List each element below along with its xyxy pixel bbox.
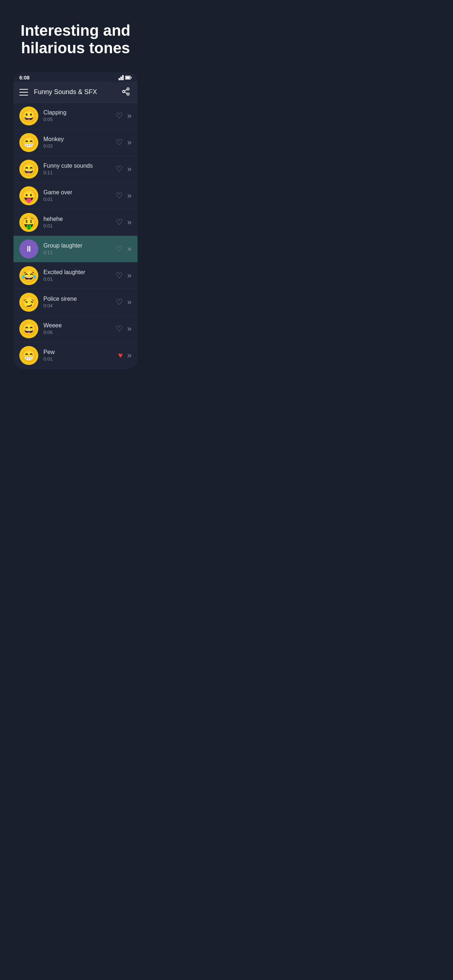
sound-actions-group-laughter <box>116 244 132 254</box>
sound-name-funny-cute: Funny cute sounds <box>43 162 116 169</box>
forward-button-clapping[interactable] <box>127 111 132 121</box>
sound-actions-pew <box>118 351 132 360</box>
sound-info-police-sirene: Police sirene 0:04 <box>43 296 116 309</box>
forward-button-game-over[interactable] <box>127 191 132 200</box>
status-time: 6:08 <box>19 75 30 81</box>
status-icons <box>118 75 132 80</box>
sound-emoji-excited-laughter: 😂 <box>19 266 38 285</box>
sound-list: 😀 Clapping 0:05 😁 Monkey 0:03 <box>13 103 137 369</box>
sound-emoji-funny-cute: 😄 <box>19 160 38 179</box>
forward-button-group-laughter[interactable] <box>127 244 132 254</box>
sound-item-group-laughter[interactable]: ⏸ Group laughter 0:11 <box>13 236 137 262</box>
sound-actions-monkey <box>116 138 132 147</box>
sound-duration-hehehe: 0:01 <box>43 223 116 229</box>
sound-name-hehehe: hehehe <box>43 216 116 223</box>
hero-title: Interesting and hilarious tones <box>14 22 136 57</box>
sound-name-monkey: Monkey <box>43 136 116 143</box>
sound-duration-police-sirene: 0:04 <box>43 303 116 309</box>
svg-line-10 <box>125 89 127 91</box>
sound-item-game-over[interactable]: 😛 Game over 0:01 <box>13 183 137 209</box>
menu-button[interactable] <box>19 89 28 95</box>
svg-marker-0 <box>118 78 120 80</box>
sound-item-police-sirene[interactable]: 😏 Police sirene 0:04 <box>13 289 137 316</box>
sound-actions-funny-cute <box>116 164 132 174</box>
sound-item-excited-laughter[interactable]: 😂 Excited laughter 0:01 <box>13 262 137 289</box>
hero-section: Interesting and hilarious tones <box>0 0 151 72</box>
forward-button-funny-cute[interactable] <box>127 164 132 174</box>
menu-line-3 <box>19 95 28 95</box>
heart-button-police-sirene[interactable] <box>116 298 123 307</box>
heart-button-pew[interactable] <box>118 351 123 360</box>
sound-actions-game-over <box>116 191 132 200</box>
sound-info-excited-laughter: Excited laughter 0:01 <box>43 269 116 282</box>
forward-button-monkey[interactable] <box>127 138 132 147</box>
sound-item-hehehe[interactable]: 🤑 hehehe 0:01 <box>13 209 137 236</box>
sound-name-group-laughter: Group laughter <box>43 242 116 249</box>
sound-item-clapping[interactable]: 😀 Clapping 0:05 <box>13 103 137 129</box>
app-header: Funny Sounds & SFX <box>13 82 137 103</box>
heart-button-group-laughter[interactable] <box>116 244 123 254</box>
sound-name-game-over: Game over <box>43 189 116 196</box>
sound-duration-game-over: 0:01 <box>43 197 116 202</box>
sound-emoji-police-sirene: 😏 <box>19 293 38 312</box>
sound-info-weeee: Weeee 0:06 <box>43 322 116 335</box>
sound-item-weeee[interactable]: 😄 Weeee 0:06 <box>13 316 137 342</box>
forward-button-police-sirene[interactable] <box>127 298 132 307</box>
phone-frame: 6:08 Funny Sounds & SFX <box>13 72 137 369</box>
sound-duration-weeee: 0:06 <box>43 329 116 335</box>
sound-emoji-clapping: 😀 <box>19 107 38 126</box>
svg-marker-1 <box>120 76 122 80</box>
sound-actions-weeee <box>116 324 132 334</box>
sound-emoji-pew: 😁 <box>19 346 38 365</box>
sound-name-weeee: Weeee <box>43 322 116 329</box>
sound-name-excited-laughter: Excited laughter <box>43 269 116 275</box>
sound-info-clapping: Clapping 0:05 <box>43 110 116 122</box>
sound-info-group-laughter: Group laughter 0:11 <box>43 242 116 255</box>
sound-name-pew: Pew <box>43 349 118 355</box>
sound-duration-clapping: 0:05 <box>43 117 116 122</box>
heart-button-clapping[interactable] <box>116 111 123 121</box>
forward-button-hehehe[interactable] <box>127 218 132 227</box>
sound-info-hehehe: hehehe 0:01 <box>43 216 116 229</box>
sound-emoji-hehehe: 🤑 <box>19 213 38 232</box>
sound-emoji-group-laughter: ⏸ <box>19 240 38 258</box>
sound-item-funny-cute[interactable]: 😄 Funny cute sounds 0:11 <box>13 156 137 183</box>
sound-emoji-weeee: 😄 <box>19 320 38 338</box>
sound-actions-police-sirene <box>116 298 132 307</box>
heart-button-game-over[interactable] <box>116 191 123 200</box>
status-bar: 6:08 <box>13 72 137 82</box>
sound-info-game-over: Game over 0:01 <box>43 189 116 202</box>
sound-name-police-sirene: Police sirene <box>43 296 116 302</box>
sound-item-monkey[interactable]: 😁 Monkey 0:03 <box>13 129 137 156</box>
menu-line-2 <box>19 92 28 92</box>
sound-actions-hehehe <box>116 218 132 227</box>
sound-info-funny-cute: Funny cute sounds 0:11 <box>43 162 116 175</box>
pause-icon: ⏸ <box>25 244 33 254</box>
share-button[interactable] <box>120 86 132 99</box>
heart-button-funny-cute[interactable] <box>116 164 123 174</box>
svg-rect-4 <box>131 76 132 78</box>
sound-item-pew[interactable]: 😁 Pew 0:01 <box>13 342 137 369</box>
svg-marker-2 <box>122 75 124 80</box>
sound-emoji-game-over: 😛 <box>19 186 38 205</box>
heart-button-excited-laughter[interactable] <box>116 271 123 280</box>
menu-line-1 <box>19 89 28 90</box>
sound-emoji-monkey: 😁 <box>19 133 38 152</box>
sound-actions-clapping <box>116 111 132 121</box>
forward-button-excited-laughter[interactable] <box>127 271 132 280</box>
heart-button-weeee[interactable] <box>116 324 123 334</box>
sound-duration-pew: 0:01 <box>43 356 118 362</box>
sound-duration-funny-cute: 0:11 <box>43 170 116 175</box>
sound-info-pew: Pew 0:01 <box>43 349 118 362</box>
sound-duration-excited-laughter: 0:01 <box>43 276 116 282</box>
sound-actions-excited-laughter <box>116 271 132 280</box>
heart-button-monkey[interactable] <box>116 138 123 147</box>
forward-button-weeee[interactable] <box>127 324 132 334</box>
sound-duration-group-laughter: 0:11 <box>43 250 116 255</box>
signal-icon <box>118 75 124 80</box>
heart-button-hehehe[interactable] <box>116 218 123 227</box>
svg-line-9 <box>125 92 127 93</box>
sound-duration-monkey: 0:03 <box>43 143 116 149</box>
battery-icon <box>125 75 132 80</box>
forward-button-pew[interactable] <box>127 351 132 360</box>
